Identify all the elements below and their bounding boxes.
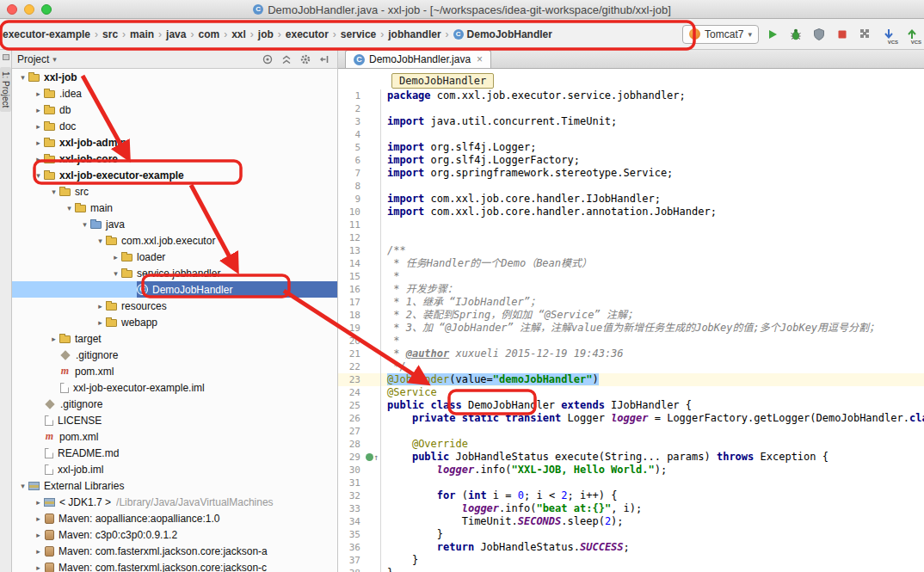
- expand-right-icon[interactable]: ▸: [33, 498, 44, 507]
- tree-item-pom-xml[interactable]: mpom.xml: [12, 428, 337, 445]
- gutter[interactable]: [364, 386, 381, 399]
- expand-right-icon[interactable]: ▸: [33, 531, 44, 539]
- breadcrumb-xxl[interactable]: xxl: [231, 28, 246, 40]
- gutter[interactable]: [364, 515, 381, 528]
- gutter[interactable]: [364, 438, 381, 451]
- tree-item-demojobhandler[interactable]: CDemoJobHandler: [12, 281, 337, 298]
- code-line-16[interactable]: 16 * 开发步骤：: [338, 283, 924, 296]
- chevron-down-icon[interactable]: ▾: [52, 55, 57, 64]
- breadcrumb-demojobhandler[interactable]: CDemoJobHandler: [453, 28, 552, 40]
- project-panel-title[interactable]: Project: [17, 53, 49, 65]
- expand-right-icon[interactable]: ▸: [110, 253, 121, 261]
- line-number[interactable]: 29: [338, 451, 364, 464]
- tree-item-gitignore[interactable]: .gitignore: [12, 396, 337, 412]
- gutter[interactable]: [364, 218, 381, 231]
- expand-right-icon[interactable]: ▸: [95, 318, 106, 327]
- code-line-9[interactable]: 9import com.xxl.job.core.handler.IJobHan…: [338, 193, 924, 206]
- line-number[interactable]: 35: [338, 528, 364, 541]
- code-line-33[interactable]: 33 logger.info("beat at:{}", i);: [338, 502, 924, 515]
- line-number[interactable]: 19: [338, 322, 364, 335]
- gutter[interactable]: [364, 399, 381, 412]
- gutter[interactable]: [364, 128, 381, 141]
- line-number[interactable]: 36: [338, 541, 364, 554]
- tree-item-pom-xml[interactable]: mpom.xml: [12, 363, 337, 379]
- gutter[interactable]: [364, 567, 381, 572]
- line-number[interactable]: 15: [338, 270, 364, 283]
- gutter[interactable]: [364, 115, 381, 128]
- line-number[interactable]: 33: [338, 502, 364, 515]
- line-number[interactable]: 21: [338, 348, 364, 360]
- tree-item-xxl-job-iml[interactable]: xxl-job.iml: [12, 461, 337, 477]
- breadcrumb-jobhandler[interactable]: jobhandler: [388, 28, 440, 40]
- expand-down-icon[interactable]: ▾: [48, 188, 59, 196]
- expand-right-icon[interactable]: ▸: [33, 106, 44, 114]
- code-line-22[interactable]: 22 */: [338, 360, 924, 373]
- gutter[interactable]: [364, 89, 381, 102]
- gutter[interactable]: [364, 489, 381, 502]
- tree-item-maven-c3p0-c3p0-0-9-1-2[interactable]: ▸Maven: c3p0:c3p0:0.9.1.2: [12, 526, 337, 543]
- tree-item-xxl-job-admin[interactable]: ▸xxl-job-admin: [12, 134, 337, 151]
- line-number[interactable]: 9: [338, 193, 364, 206]
- expand-right-icon[interactable]: ▸: [48, 335, 59, 343]
- line-number[interactable]: 13: [338, 244, 364, 257]
- line-number[interactable]: 17: [338, 296, 364, 309]
- code-line-28[interactable]: 28 @Override: [338, 438, 924, 451]
- tree-item-java[interactable]: ▾java: [12, 216, 337, 232]
- breadcrumb-com[interactable]: com: [198, 28, 219, 40]
- breadcrumb-main[interactable]: main: [130, 28, 154, 40]
- line-number[interactable]: 28: [338, 438, 364, 451]
- line-number[interactable]: 25: [338, 399, 364, 412]
- panel-settings-button[interactable]: [298, 52, 313, 66]
- gutter[interactable]: [364, 102, 381, 115]
- gutter[interactable]: [364, 244, 381, 257]
- gutter[interactable]: [364, 193, 381, 206]
- gutter[interactable]: [364, 257, 381, 270]
- gutter[interactable]: [364, 412, 381, 425]
- line-number[interactable]: 20: [338, 335, 364, 348]
- code-line-1[interactable]: 1package com.xxl.job.executor.service.jo…: [338, 89, 924, 102]
- expand-right-icon[interactable]: ▸: [33, 514, 44, 523]
- expand-down-icon[interactable]: ▾: [33, 171, 44, 180]
- code-line-7[interactable]: 7import org.springframework.stereotype.S…: [338, 167, 924, 180]
- line-number[interactable]: 10: [338, 206, 364, 218]
- code-line-29[interactable]: 29↑ public JobHandleStatus execute(Strin…: [338, 451, 924, 464]
- code-line-15[interactable]: 15 *: [338, 270, 924, 283]
- code-line-25[interactable]: 25public class DemoJobHandler extends IJ…: [338, 399, 924, 412]
- code-line-37[interactable]: 37 }: [338, 554, 924, 567]
- gutter[interactable]: [364, 528, 381, 541]
- vcs-commit-button[interactable]: VCS: [902, 25, 921, 44]
- gutter[interactable]: ↑: [364, 451, 381, 464]
- tree-item-service-jobhandler[interactable]: ▾service.jobhandler: [12, 265, 337, 281]
- code-line-4[interactable]: 4: [338, 128, 924, 141]
- stop-button[interactable]: [833, 25, 852, 44]
- code-line-12[interactable]: 12: [338, 231, 924, 244]
- breadcrumb-src[interactable]: src: [102, 28, 118, 40]
- code-line-23[interactable]: 23@JobHander(value="demoJobHandler"): [338, 373, 924, 386]
- tree-item-xxl-job[interactable]: ▾xxl-job: [12, 69, 337, 85]
- line-number[interactable]: 23: [338, 373, 364, 386]
- tree-item-xxl-job-core[interactable]: ▸xxl-job-core: [12, 151, 337, 167]
- code-line-34[interactable]: 34 TimeUnit.SECONDS.sleep(2);: [338, 515, 924, 528]
- expand-down-icon[interactable]: ▾: [17, 73, 28, 82]
- tree-item-external-libraries[interactable]: ▾External Libraries: [12, 477, 337, 494]
- code-line-13[interactable]: 13/**: [338, 244, 924, 257]
- code-line-19[interactable]: 19 * 3、加 “@JobHander” 注解，注解value值为新增任务生成…: [338, 322, 924, 335]
- expand-down-icon[interactable]: ▾: [64, 204, 75, 212]
- run-marker-icon[interactable]: [366, 453, 373, 461]
- coverage-button[interactable]: [810, 25, 829, 44]
- code-line-36[interactable]: 36 return JobHandleStatus.SUCCESS;: [338, 541, 924, 554]
- gutter[interactable]: [364, 335, 381, 348]
- tree-item-com-xxl-job-executor[interactable]: ▾com.xxl.job.executor: [12, 232, 337, 249]
- tree-item-maven-com-fasterxml-jackson-core-jackson-c[interactable]: ▸Maven: com.fasterxml.jackson.core:jacks…: [12, 559, 337, 572]
- code-line-2[interactable]: 2: [338, 102, 924, 115]
- gutter[interactable]: [364, 206, 381, 218]
- line-number[interactable]: 6: [338, 154, 364, 167]
- tree-item-xxl-job-executor-example-iml[interactable]: xxl-job-executor-example.iml: [12, 379, 337, 396]
- gutter[interactable]: [364, 541, 381, 554]
- override-icon[interactable]: ↑: [373, 451, 379, 464]
- code-line-8[interactable]: 8: [338, 180, 924, 193]
- tree-item-doc[interactable]: ▸doc: [12, 118, 337, 134]
- tree-item-src[interactable]: ▾src: [12, 183, 337, 200]
- run-button[interactable]: [763, 25, 782, 44]
- gutter[interactable]: [364, 502, 381, 515]
